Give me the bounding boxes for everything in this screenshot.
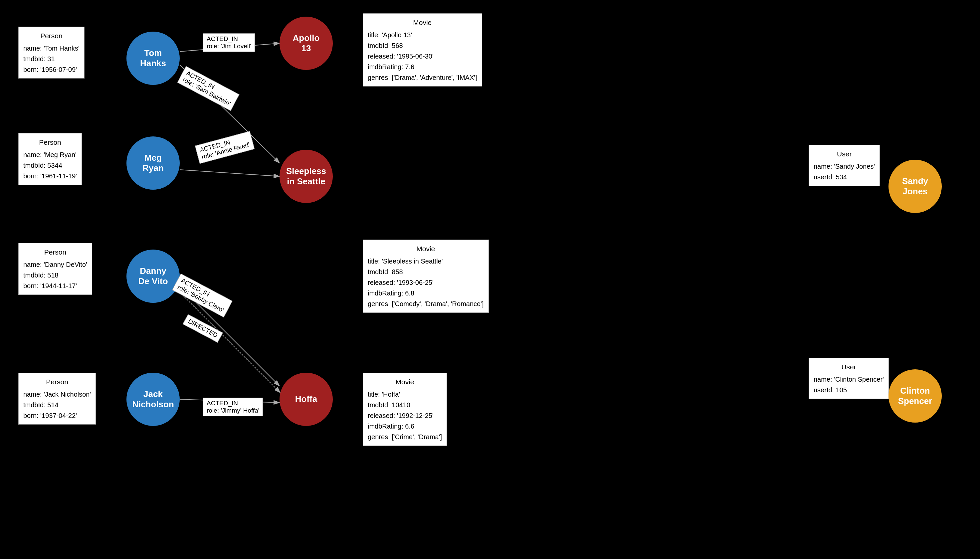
- edge-label-sam-baldwin: ACTED_INrole: 'Sam Baldwin': [177, 66, 240, 111]
- svg-line-3: [180, 170, 279, 176]
- sleepless-node[interactable]: Sleeplessin Seattle: [279, 150, 333, 203]
- edge-label-directed: DIRECTED: [183, 314, 223, 343]
- meg-ryan-info: Person name: 'Meg Ryan' tmdbId: 5344 bor…: [18, 133, 82, 185]
- clinton-spencer-info: User name: 'Clinton Spencer' userId: 105: [809, 358, 889, 399]
- sleepless-info: Movie title: 'Sleepless in Seattle' tmdb…: [363, 240, 489, 313]
- danny-devito-info: Person name: 'Danny DeVito' tmdbId: 518 …: [18, 243, 92, 295]
- tom-hanks-info: Person name: 'Tom Hanks' tmdbId: 31 born…: [18, 26, 84, 79]
- svg-line-5: [180, 293, 280, 393]
- info-header-tom: Person: [23, 30, 79, 41]
- edge-label-annie-reed: ACTED_INrole: 'Annie Reed': [195, 131, 255, 164]
- edge-label-jim-lovell: ACTED_INrole: 'Jim Lovell': [203, 33, 255, 52]
- sandy-jones-info: User name: 'Sandy Jones' userId: 534: [809, 145, 880, 186]
- hoffa-node[interactable]: Hoffa: [279, 373, 333, 426]
- jack-nicholson-info: Person name: 'Jack Nicholson' tmdbId: 51…: [18, 373, 96, 425]
- sandy-jones-node[interactable]: SandyJones: [889, 160, 942, 213]
- apollo13-node[interactable]: Apollo13: [279, 17, 333, 70]
- edge-label-bobby-claro: ACTED_INrole: 'Bobby Claro': [172, 273, 233, 318]
- tom-hanks-node[interactable]: TomHanks: [126, 31, 180, 85]
- edge-label-jimmy-hoffa: ACTED_INrole: 'Jimmy' Hoffa': [203, 398, 263, 416]
- jack-nicholson-node[interactable]: JackNicholson: [126, 373, 180, 426]
- graph-container: Person name: 'Tom Hanks' tmdbId: 31 born…: [0, 0, 980, 559]
- meg-ryan-node[interactable]: MegRyan: [126, 136, 180, 190]
- apollo13-info: Movie title: 'Apollo 13' tmdbId: 568 rel…: [363, 13, 482, 86]
- hoffa-info: Movie title: 'Hoffa' tmdbId: 10410 relea…: [363, 373, 447, 446]
- clinton-spencer-node[interactable]: ClintonSpencer: [889, 369, 942, 423]
- danny-devito-node[interactable]: DannyDe Vito: [126, 250, 180, 303]
